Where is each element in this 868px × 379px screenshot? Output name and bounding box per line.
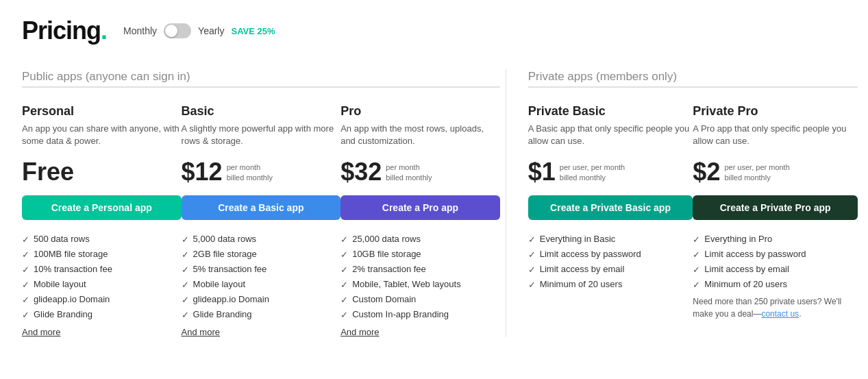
- check-icon: ✓: [182, 295, 189, 305]
- check-icon: ✓: [22, 280, 29, 290]
- public-section: Public apps (anyone can sign in) Persona…: [22, 70, 500, 337]
- personal-and-more[interactable]: And more: [22, 327, 60, 337]
- save-badge: SAVE 25%: [231, 26, 275, 36]
- check-icon: ✓: [340, 265, 348, 275]
- private-section-title: Private apps (members only): [528, 70, 858, 86]
- public-section-title: Public apps (anyone can sign in): [22, 70, 500, 86]
- private-basic-features: ✓Everything in Basic ✓Limit access by pa…: [528, 234, 693, 290]
- create-personal-button[interactable]: Create a Personal app: [22, 195, 182, 220]
- pro-price-amount: $32: [340, 160, 382, 184]
- list-item: ✓Custom Domain: [340, 294, 500, 305]
- billing-toggle: Monthly Yearly SAVE 25%: [123, 23, 275, 38]
- logo-dot: .: [101, 16, 107, 45]
- check-icon: ✓: [340, 310, 348, 320]
- check-icon: ✓: [182, 249, 189, 260]
- private-basic-name: Private Basic: [528, 104, 693, 119]
- private-basic-price-details: per user, per month billed monthly: [560, 160, 625, 184]
- private-divider: [528, 86, 858, 88]
- check-icon: ✓: [340, 249, 348, 260]
- check-icon: ✓: [22, 234, 29, 245]
- list-item: ✓Glide Branding: [182, 309, 341, 320]
- check-icon: ✓: [22, 265, 29, 275]
- pro-features: ✓25,000 data rows ✓10GB file storage ✓2%…: [340, 234, 500, 320]
- list-item: ✓Everything in Pro: [693, 234, 858, 245]
- pro-and-more[interactable]: And more: [340, 327, 379, 337]
- private-pro-note: Need more than 250 private users? We'll …: [693, 295, 858, 320]
- basic-and-more[interactable]: And more: [182, 327, 220, 337]
- plan-private-pro: Private Pro A Pro app that only specific…: [693, 104, 858, 337]
- logo-text: Pricing: [22, 16, 101, 45]
- pro-price: $32 per month billed monthly: [340, 160, 500, 184]
- plan-private-basic: Private Basic A Basic app that only spec…: [528, 104, 693, 337]
- basic-name: Basic: [182, 104, 341, 119]
- list-item: ✓Mobile layout: [182, 279, 341, 290]
- public-divider: [22, 86, 500, 88]
- check-icon: ✓: [693, 265, 700, 275]
- list-item: ✓2GB file storage: [182, 249, 341, 260]
- public-plans: Personal An app you can share with anyon…: [22, 104, 500, 337]
- check-icon: ✓: [528, 249, 536, 260]
- plan-basic: Basic A slightly more powerful app with …: [182, 104, 341, 337]
- list-item: ✓100MB file storage: [22, 249, 182, 260]
- contact-link[interactable]: contact us: [761, 309, 799, 319]
- personal-price-amount: Free: [22, 160, 74, 184]
- personal-features: ✓500 data rows ✓100MB file storage ✓10% …: [22, 234, 182, 320]
- basic-price-details: per month billed monthly: [227, 160, 273, 184]
- basic-price: $12 per month billed monthly: [182, 160, 341, 184]
- billing-toggle-track[interactable]: [164, 23, 191, 38]
- list-item: ✓Minimum of 20 users: [693, 279, 858, 290]
- check-icon: ✓: [340, 280, 348, 290]
- list-item: ✓5,000 data rows: [182, 234, 341, 245]
- main-content: Public apps (anyone can sign in) Persona…: [22, 70, 846, 337]
- list-item: ✓Custom In-app Branding: [340, 309, 500, 320]
- check-icon: ✓: [182, 234, 189, 245]
- private-pro-price-details: per user, per month billed monthly: [724, 160, 789, 184]
- check-icon: ✓: [182, 310, 189, 320]
- logo: Pricing.: [22, 16, 107, 45]
- check-icon: ✓: [22, 295, 29, 305]
- private-pro-price-amount: $2: [693, 160, 720, 184]
- create-pro-button[interactable]: Create a Pro app: [340, 195, 500, 220]
- private-pro-price: $2 per user, per month billed monthly: [693, 160, 858, 184]
- check-icon: ✓: [22, 310, 29, 320]
- list-item: ✓Limit access by email: [693, 264, 858, 275]
- create-basic-button[interactable]: Create a Basic app: [182, 195, 341, 220]
- list-item: ✓Mobile layout: [22, 279, 182, 290]
- public-title-sub: (anyone can sign in): [86, 70, 190, 83]
- private-pro-features: ✓Everything in Pro ✓Limit access by pass…: [693, 234, 858, 290]
- pro-name: Pro: [340, 104, 500, 119]
- pro-desc: An app with the most rows, uploads, and …: [340, 123, 500, 150]
- check-icon: ✓: [693, 249, 700, 260]
- list-item: ✓glideapp.io Domain: [22, 294, 182, 305]
- list-item: ✓Mobile, Tablet, Web layouts: [340, 279, 500, 290]
- list-item: ✓Limit access by password: [693, 249, 858, 260]
- basic-features: ✓5,000 data rows ✓2GB file storage ✓5% t…: [182, 234, 341, 320]
- personal-desc: An app you can share with anyone, with s…: [22, 123, 182, 150]
- private-basic-price-amount: $1: [528, 160, 556, 184]
- check-icon: ✓: [528, 234, 536, 245]
- billing-yearly-label: Yearly: [198, 25, 224, 36]
- plan-personal: Personal An app you can share with anyon…: [22, 104, 182, 337]
- list-item: ✓Everything in Basic: [528, 234, 693, 245]
- pro-price-details: per month billed monthly: [386, 160, 432, 184]
- private-title-sub: (members only): [596, 70, 677, 83]
- check-icon: ✓: [693, 234, 700, 245]
- list-item: ✓2% transaction fee: [340, 264, 500, 275]
- check-icon: ✓: [340, 295, 348, 305]
- check-icon: ✓: [693, 280, 700, 290]
- list-item: ✓Limit access by password: [528, 249, 693, 260]
- check-icon: ✓: [528, 280, 536, 290]
- section-divider-vertical: [506, 70, 506, 337]
- public-title-text: Public apps: [22, 70, 82, 83]
- billing-monthly-label: Monthly: [123, 25, 157, 36]
- create-private-basic-button[interactable]: Create a Private Basic app: [528, 195, 693, 220]
- list-item: ✓500 data rows: [22, 234, 182, 245]
- basic-desc: A slightly more powerful app with more r…: [182, 123, 341, 150]
- private-plans: Private Basic A Basic app that only spec…: [528, 104, 858, 337]
- private-basic-desc: A Basic app that only specific people yo…: [528, 123, 693, 150]
- list-item: ✓glideapp.io Domain: [182, 294, 341, 305]
- check-icon: ✓: [340, 234, 348, 245]
- create-private-pro-button[interactable]: Create a Private Pro app: [693, 195, 858, 220]
- private-section: Private apps (members only) Private Basi…: [512, 70, 858, 337]
- billing-toggle-thumb: [165, 25, 177, 37]
